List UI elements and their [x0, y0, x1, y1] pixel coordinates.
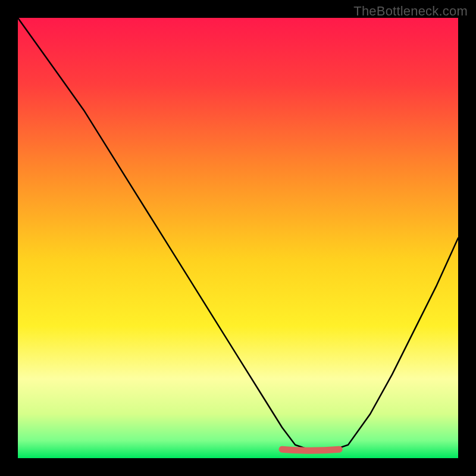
bottleneck-chart: [18, 18, 458, 458]
gradient-background: [18, 18, 458, 458]
watermark-text: TheBottleneck.com: [353, 4, 468, 19]
chart-area: [18, 18, 458, 458]
optimal-region-marker: [282, 449, 339, 450]
